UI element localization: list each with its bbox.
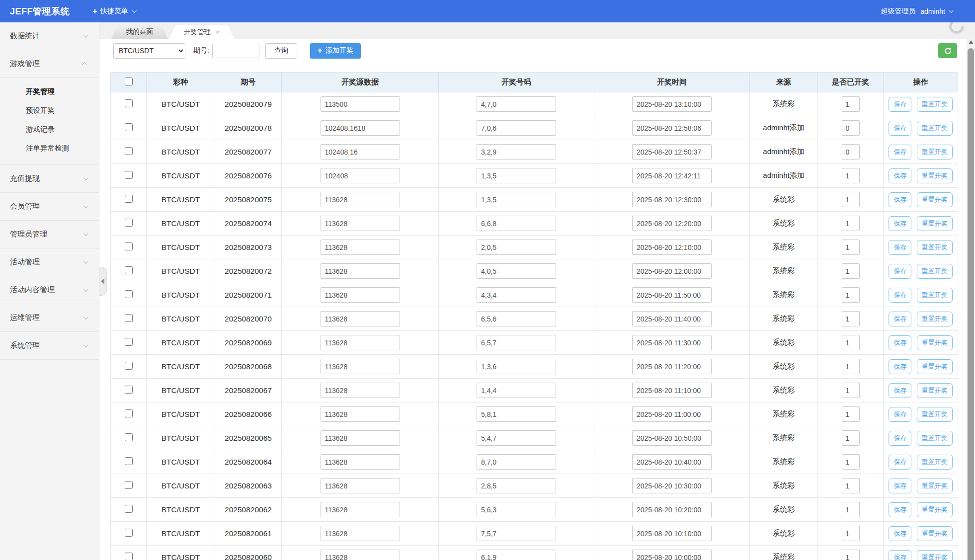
row-checkbox[interactable] bbox=[125, 314, 133, 322]
user-menu[interactable]: adminht bbox=[920, 7, 952, 15]
source-data-input[interactable] bbox=[321, 192, 400, 207]
sidebar-item[interactable]: 活动管理 bbox=[0, 248, 99, 276]
source-data-input[interactable] bbox=[321, 96, 400, 112]
reset-draw-button[interactable]: 重置开奖 bbox=[917, 288, 953, 303]
opened-flag-input[interactable] bbox=[842, 406, 860, 422]
draw-time-input[interactable] bbox=[632, 168, 712, 183]
draw-time-input[interactable] bbox=[632, 526, 712, 541]
reset-draw-button[interactable]: 重置开奖 bbox=[917, 240, 953, 255]
draw-numbers-input[interactable] bbox=[477, 192, 556, 207]
draw-time-input[interactable] bbox=[632, 216, 712, 231]
row-checkbox[interactable] bbox=[125, 147, 133, 155]
reset-draw-button[interactable]: 重置开奖 bbox=[917, 312, 953, 326]
reset-draw-button[interactable]: 重置开奖 bbox=[917, 335, 953, 350]
row-checkbox[interactable] bbox=[125, 481, 133, 489]
draw-numbers-input[interactable] bbox=[477, 287, 556, 303]
draw-numbers-input[interactable] bbox=[477, 240, 556, 255]
draw-numbers-input[interactable] bbox=[477, 120, 556, 136]
draw-time-input[interactable] bbox=[632, 359, 712, 374]
draw-numbers-input[interactable] bbox=[477, 454, 556, 470]
tab-active[interactable]: 开奖管理× bbox=[169, 25, 235, 39]
source-data-input[interactable] bbox=[321, 311, 400, 326]
save-button[interactable]: 保存 bbox=[889, 550, 911, 560]
reset-draw-button[interactable]: 重置开奖 bbox=[917, 383, 953, 398]
reset-draw-button[interactable]: 重置开奖 bbox=[917, 479, 953, 493]
reset-draw-button[interactable]: 重置开奖 bbox=[917, 359, 953, 374]
save-button[interactable]: 保存 bbox=[889, 264, 911, 279]
opened-flag-input[interactable] bbox=[842, 168, 860, 183]
save-button[interactable]: 保存 bbox=[889, 479, 911, 493]
save-button[interactable]: 保存 bbox=[889, 216, 911, 231]
save-button[interactable]: 保存 bbox=[889, 335, 911, 350]
source-data-input[interactable] bbox=[321, 550, 400, 560]
save-button[interactable]: 保存 bbox=[889, 145, 911, 160]
row-checkbox[interactable] bbox=[125, 99, 133, 107]
tab-close-icon[interactable]: × bbox=[216, 28, 220, 36]
sidebar-item[interactable]: 运维管理 bbox=[0, 304, 99, 332]
source-data-input[interactable] bbox=[321, 502, 400, 517]
refresh-button[interactable] bbox=[938, 43, 957, 58]
reset-draw-button[interactable]: 重置开奖 bbox=[917, 550, 953, 560]
row-checkbox[interactable] bbox=[125, 242, 133, 250]
row-checkbox[interactable] bbox=[125, 195, 133, 203]
source-data-input[interactable] bbox=[321, 287, 400, 303]
draw-time-input[interactable] bbox=[632, 311, 712, 326]
draw-time-input[interactable] bbox=[632, 502, 712, 517]
reset-draw-button[interactable]: 重置开奖 bbox=[917, 455, 953, 470]
opened-flag-input[interactable] bbox=[842, 287, 860, 303]
source-data-input[interactable] bbox=[321, 359, 400, 374]
save-button[interactable]: 保存 bbox=[889, 168, 911, 183]
tab-inactive[interactable]: 我的桌面 bbox=[111, 25, 168, 39]
draw-time-input[interactable] bbox=[632, 240, 712, 255]
row-checkbox[interactable] bbox=[125, 409, 133, 417]
draw-time-input[interactable] bbox=[632, 144, 712, 160]
save-button[interactable]: 保存 bbox=[889, 121, 911, 136]
row-checkbox[interactable] bbox=[125, 553, 133, 560]
source-data-input[interactable] bbox=[321, 430, 400, 446]
period-search-input[interactable] bbox=[212, 44, 259, 58]
opened-flag-input[interactable] bbox=[842, 96, 860, 112]
reset-draw-button[interactable]: 重置开奖 bbox=[917, 97, 953, 112]
opened-flag-input[interactable] bbox=[842, 526, 860, 541]
save-button[interactable]: 保存 bbox=[889, 431, 911, 446]
source-data-input[interactable] bbox=[321, 526, 400, 541]
sidebar-collapse-handle[interactable] bbox=[99, 267, 107, 296]
draw-time-input[interactable] bbox=[632, 120, 712, 136]
sidebar-item[interactable]: 游戏管理 bbox=[0, 50, 99, 78]
save-button[interactable]: 保存 bbox=[889, 240, 911, 255]
save-button[interactable]: 保存 bbox=[889, 502, 911, 517]
sidebar-subitem[interactable]: 预设开奖 bbox=[0, 101, 99, 120]
sidebar-item[interactable]: 充值提现 bbox=[0, 165, 99, 193]
draw-numbers-input[interactable] bbox=[477, 311, 556, 326]
draw-time-input[interactable] bbox=[632, 478, 712, 493]
draw-time-input[interactable] bbox=[632, 287, 712, 303]
draw-numbers-input[interactable] bbox=[477, 335, 556, 350]
draw-numbers-input[interactable] bbox=[477, 96, 556, 112]
source-data-input[interactable] bbox=[321, 216, 400, 231]
opened-flag-input[interactable] bbox=[842, 550, 860, 560]
sidebar-item[interactable]: 数据统计 bbox=[0, 22, 99, 50]
draw-numbers-input[interactable] bbox=[477, 144, 556, 160]
opened-flag-input[interactable] bbox=[842, 192, 860, 207]
draw-time-input[interactable] bbox=[632, 430, 712, 446]
save-button[interactable]: 保存 bbox=[889, 526, 911, 541]
row-checkbox[interactable] bbox=[125, 505, 133, 513]
draw-time-input[interactable] bbox=[632, 383, 712, 398]
scrollbar-thumb[interactable] bbox=[968, 48, 974, 560]
row-checkbox[interactable] bbox=[125, 171, 133, 179]
source-data-input[interactable] bbox=[321, 383, 400, 398]
source-data-input[interactable] bbox=[321, 335, 400, 350]
opened-flag-input[interactable] bbox=[842, 502, 860, 517]
opened-flag-input[interactable] bbox=[842, 478, 860, 493]
source-data-input[interactable] bbox=[321, 478, 400, 493]
source-data-input[interactable] bbox=[321, 240, 400, 255]
draw-numbers-input[interactable] bbox=[477, 430, 556, 446]
draw-time-input[interactable] bbox=[632, 454, 712, 470]
row-checkbox[interactable] bbox=[125, 529, 133, 537]
opened-flag-input[interactable] bbox=[842, 454, 860, 470]
draw-numbers-input[interactable] bbox=[477, 406, 556, 422]
row-checkbox[interactable] bbox=[125, 386, 133, 394]
save-button[interactable]: 保存 bbox=[889, 192, 911, 207]
row-checkbox[interactable] bbox=[125, 338, 133, 346]
opened-flag-input[interactable] bbox=[842, 263, 860, 279]
